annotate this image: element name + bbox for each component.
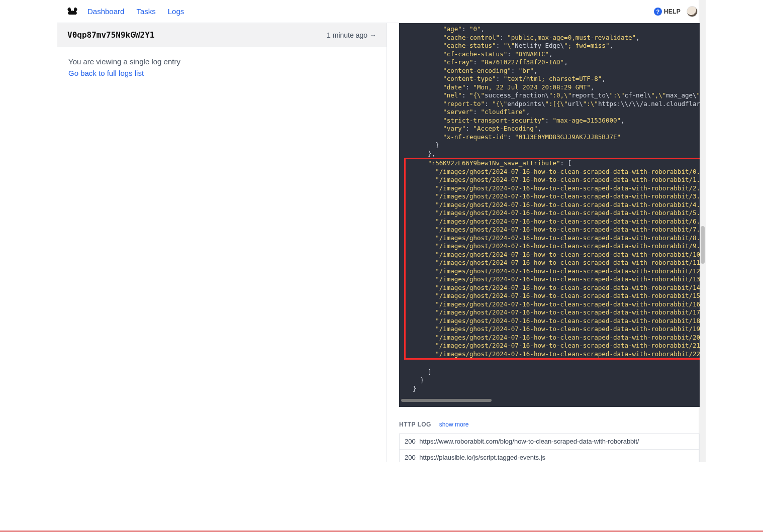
avatar[interactable] <box>687 6 698 17</box>
code-horizontal-scrollbar[interactable] <box>399 398 700 403</box>
help-link[interactable]: ? HELP <box>654 8 681 16</box>
help-icon: ? <box>654 8 662 16</box>
arrow-right-icon: → <box>369 31 376 39</box>
http-log-title: HTTP LOG <box>399 421 431 428</box>
log-entry-header: V0qp87mv75N9kGW2Y1 1 minute ago → <box>57 23 387 47</box>
log-entry-time-text: 1 minute ago <box>327 31 367 39</box>
http-log-row[interactable]: 200 https://plausible.io/js/script.tagge… <box>400 450 699 462</box>
help-label: HELP <box>664 8 681 15</box>
back-to-logs-link[interactable]: Go back to full logs list <box>68 69 144 77</box>
code-scroll-area[interactable]: "age": "0", "cache-control": "public,max… <box>399 23 700 398</box>
top-nav: Dashboard Tasks Logs ? HELP <box>57 0 706 23</box>
code-block: "age": "0", "cache-control": "public,max… <box>399 23 700 398</box>
http-log-row[interactable]: 200 https://www.roborabbit.com/blog/how-… <box>400 434 699 450</box>
http-log-rows: 200 https://www.roborabbit.com/blog/how-… <box>399 433 700 462</box>
http-status: 200 <box>405 438 417 445</box>
log-entry-id: V0qp87mv75N9kGW2Y1 <box>67 30 154 40</box>
nav-tasks[interactable]: Tasks <box>136 7 155 16</box>
nav-logs[interactable]: Logs <box>168 7 184 16</box>
http-log-show-more[interactable]: show more <box>439 421 469 428</box>
http-status: 200 <box>405 454 417 461</box>
code-panel: "age": "0", "cache-control": "public,max… <box>399 23 700 407</box>
http-url: https://www.roborabbit.com/blog/how-to-c… <box>419 438 639 445</box>
nav-dashboard[interactable]: Dashboard <box>87 7 124 16</box>
http-url: https://plausible.io/js/script.tagged-ev… <box>419 454 545 461</box>
viewing-message: You are viewing a single log entry <box>68 57 375 66</box>
log-entry-time[interactable]: 1 minute ago → <box>327 31 376 39</box>
rabbit-icon <box>66 7 79 16</box>
brand-logo[interactable] <box>65 7 79 17</box>
